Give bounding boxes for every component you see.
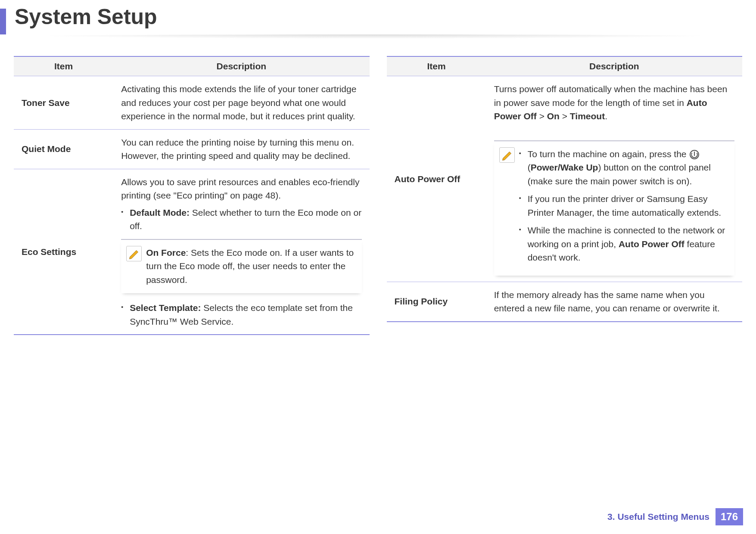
- right-column: Item Description Auto Power Off Turns po…: [387, 56, 743, 335]
- title-underline: [9, 34, 741, 39]
- text-bold: Power/Wake Up: [531, 162, 598, 172]
- bullet-dot-icon: •: [121, 301, 130, 328]
- desc-eco-settings: Allows you to save print resources and e…: [113, 169, 369, 335]
- page-footer: 3. Useful Setting Menus 176: [607, 508, 743, 525]
- bullet-label: Select Template:: [130, 303, 201, 313]
- accent-bar: [0, 9, 6, 34]
- power-icon: [690, 150, 699, 159]
- item-toner-save: Toner Save: [14, 76, 113, 130]
- eco-intro: Allows you to save print resources and e…: [121, 177, 359, 201]
- table-row: Eco Settings Allows you to save print re…: [14, 169, 370, 335]
- content-columns: Item Description Toner Save Activating t…: [14, 56, 742, 335]
- bullet-dot-icon: •: [519, 147, 528, 188]
- col-header-description: Description: [113, 56, 369, 76]
- bullet-text: To turn the machine on again, press the …: [528, 147, 729, 188]
- text: (: [528, 162, 531, 172]
- desc-auto-power-off: Turns power off automatically when the m…: [486, 76, 742, 282]
- text: >: [537, 111, 547, 121]
- bullet-text: If you run the printer driver or Samsung…: [528, 192, 729, 219]
- bullet-text: Default Mode: Select whether to turn the…: [130, 206, 361, 233]
- desc-toner-save: Activating this mode extends the life of…: [113, 76, 369, 130]
- note-label: On Force: [146, 248, 186, 258]
- item-auto-power-off: Auto Power Off: [387, 76, 486, 282]
- footer-chapter: 3. Useful Setting Menus: [607, 512, 709, 522]
- table-row: Auto Power Off Turns power off automatic…: [387, 76, 743, 282]
- note-box-apo: • To turn the machine on again, press th…: [494, 140, 734, 276]
- table-row: Toner Save Activating this mode extends …: [14, 76, 370, 130]
- note-content: On Force: Sets the Eco mode on. If a use…: [146, 246, 356, 287]
- col-header-item: Item: [387, 56, 486, 76]
- bullet-label: Default Mode:: [130, 208, 190, 217]
- text: .: [605, 111, 607, 121]
- text-bold: Auto Power Off: [619, 239, 684, 249]
- note-bullet-3: • While the machine is connected to the …: [519, 224, 729, 264]
- right-table: Item Description Auto Power Off Turns po…: [387, 56, 743, 322]
- left-table: Item Description Toner Save Activating t…: [14, 56, 370, 335]
- note-bullet-2: • If you run the printer driver or Samsu…: [519, 192, 729, 219]
- bullet-dot-icon: •: [519, 192, 528, 219]
- apo-intro: Turns power off automatically when the m…: [494, 84, 728, 121]
- table-row: Quiet Mode You can reduce the printing n…: [14, 129, 370, 169]
- left-column: Item Description Toner Save Activating t…: [14, 56, 370, 335]
- note-content: • To turn the machine on again, press th…: [519, 147, 729, 269]
- text: >: [560, 111, 570, 121]
- note-box-eco: On Force: Sets the Eco mode on. If a use…: [121, 239, 361, 294]
- bullet-dot-icon: •: [121, 206, 130, 233]
- item-quiet-mode: Quiet Mode: [14, 129, 113, 169]
- text-bold: Timeout: [570, 111, 605, 121]
- text: To turn the machine on again, press the: [528, 149, 689, 159]
- note-pencil-icon: [499, 147, 515, 163]
- text-bold: On: [547, 111, 560, 121]
- item-eco-settings: Eco Settings: [14, 169, 113, 335]
- bullet-text: Select Template: Selects the eco templat…: [130, 301, 361, 328]
- note-pencil-icon: [126, 246, 142, 261]
- note-bullet-1: • To turn the machine on again, press th…: [519, 147, 729, 188]
- bullet-text: While the machine is connected to the ne…: [528, 224, 729, 264]
- item-filing-policy: Filing Policy: [387, 282, 486, 322]
- col-header-item: Item: [14, 56, 113, 76]
- bullet-default-mode: • Default Mode: Select whether to turn t…: [121, 206, 361, 233]
- svg-marker-2: [502, 152, 511, 160]
- bullet-select-template: • Select Template: Selects the eco templ…: [121, 301, 361, 328]
- col-header-description: Description: [486, 56, 742, 76]
- desc-quiet-mode: You can reduce the printing noise by tur…: [113, 129, 369, 169]
- page-number: 176: [716, 508, 743, 525]
- desc-filing-policy: If the memory already has the same name …: [486, 282, 742, 322]
- bullet-dot-icon: •: [519, 224, 528, 264]
- table-row: Filing Policy If the memory already has …: [387, 282, 743, 322]
- svg-marker-0: [130, 250, 138, 259]
- page-title: System Setup: [15, 4, 157, 29]
